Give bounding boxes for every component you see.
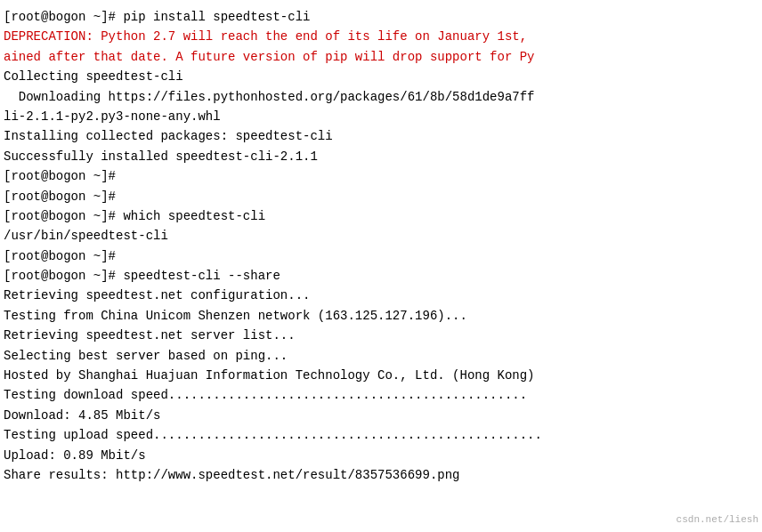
terminal-line-2: ained after that date. A future version … — [4, 47, 758, 67]
terminal-line-6: Installing collected packages: speedtest… — [4, 126, 758, 146]
terminal-line-15: Testing from China Unicom Shenzen networ… — [4, 306, 758, 326]
terminal-line-21: Testing upload speed....................… — [4, 425, 758, 445]
terminal-line-22: Upload: 0.89 Mbit/s — [4, 446, 758, 465]
terminal-line-12: [root@bogon ~]# — [4, 246, 758, 266]
terminal-line-23: Share results: http://www.speedtest.net/… — [4, 465, 758, 485]
terminal-line-16: Retrieving speedtest.net server list... — [4, 326, 758, 345]
terminal-line-20: Download: 4.85 Mbit/s — [4, 406, 758, 425]
terminal-line-13: [root@bogon ~]# speedtest-cli --share — [4, 266, 758, 286]
terminal-line-0: [root@bogon ~]# pip install speedtest-cl… — [4, 7, 758, 27]
terminal-line-10: [root@bogon ~]# which speedtest-cli — [4, 206, 758, 226]
terminal-line-8: [root@bogon ~]# — [4, 166, 758, 186]
watermark: csdn.net/liesh — [677, 512, 758, 528]
terminal-line-19: Testing download speed..................… — [4, 385, 758, 405]
terminal-line-17: Selecting best server based on ping... — [4, 346, 758, 366]
terminal-line-4: Downloading https://files.pythonhosted.o… — [4, 87, 758, 107]
terminal-line-7: Successfully installed speedtest-cli-2.1… — [4, 147, 758, 166]
terminal-line-14: Retrieving speedtest.net configuration..… — [4, 286, 758, 305]
terminal-line-18: Hosted by Shanghai Huajuan Information T… — [4, 366, 758, 385]
terminal-line-11: /usr/bin/speedtest-cli — [4, 226, 758, 246]
terminal-line-9: [root@bogon ~]# — [4, 187, 758, 206]
terminal-line-3: Collecting speedtest-cli — [4, 67, 758, 86]
terminal-window: [root@bogon ~]# pip install speedtest-cl… — [0, 0, 762, 532]
terminal-line-1: DEPRECATION: Python 2.7 will reach the e… — [4, 27, 758, 46]
terminal-output: [root@bogon ~]# pip install speedtest-cl… — [4, 7, 758, 485]
terminal-line-5: li-2.1.1-py2.py3-none-any.whl — [4, 107, 758, 126]
